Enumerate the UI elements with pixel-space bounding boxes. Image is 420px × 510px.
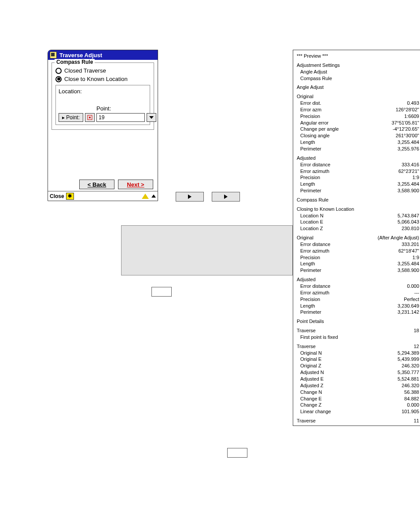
- kv-row: Location E5,066.043: [297, 219, 419, 225]
- kv-row: Location N5,743.847: [297, 213, 419, 219]
- kv-key: Error distance: [300, 161, 330, 168]
- kv-key: Change E: [300, 396, 322, 402]
- kv-value: 5,524.881: [398, 376, 419, 382]
- kv-key: Change N: [300, 389, 322, 396]
- location-box: Location: ▸ Point:: [55, 85, 150, 125]
- kv-value: 0.000: [407, 283, 419, 290]
- play-icon: [188, 194, 192, 199]
- radio-close-known-location[interactable]: Close to Known Location: [55, 76, 150, 82]
- section-title: Point Details: [297, 318, 419, 325]
- kv-row: Change E84.882: [297, 396, 419, 402]
- next-button[interactable]: Next >: [118, 180, 153, 189]
- kv-row: Error azimuth---: [297, 290, 419, 296]
- preview-header: *** Preview ***: [297, 53, 419, 59]
- point-value-input[interactable]: 19: [96, 113, 145, 122]
- kv-row: Precision1:6609: [297, 113, 419, 120]
- close-button[interactable]: Close: [50, 193, 64, 199]
- kv-key: Original Z: [300, 363, 321, 369]
- radio-label: Closed Traverse: [64, 67, 106, 74]
- trav-label: Traverse: [297, 418, 316, 424]
- subsection-title: Original: [297, 93, 419, 100]
- kv-row: Angular error37°51'05.81": [297, 120, 419, 126]
- kv-value: 56.388: [404, 389, 419, 396]
- kv-key: Location N: [300, 213, 324, 219]
- kv-value: 62°23'21": [398, 168, 419, 175]
- small-button-1[interactable]: [151, 287, 172, 297]
- point-dropdown-button[interactable]: [147, 113, 156, 122]
- trav-note: First point is fixed: [297, 334, 419, 341]
- kv-key: Change Z: [300, 402, 321, 408]
- kv-row: Error distance333.201: [297, 241, 419, 248]
- radio-icon: [55, 76, 62, 82]
- kv-key: Original N: [300, 350, 322, 356]
- subsection-title: Closing to Known Location: [297, 206, 419, 213]
- kv-value: 230.810: [402, 225, 419, 232]
- collapse-up-icon[interactable]: [151, 194, 156, 198]
- kv-row: Original Z246.320: [297, 363, 419, 369]
- kv-value: 126°28'02": [396, 106, 419, 113]
- kv-row: Original E5,439.999: [297, 356, 419, 363]
- kv-value: 333.201: [402, 241, 419, 248]
- kv-value: -4°12'20.65": [393, 126, 419, 132]
- kv-key: Length: [300, 303, 315, 309]
- chevron-down-icon: [149, 116, 154, 119]
- point-type-button[interactable]: ▸ Point:: [59, 113, 83, 122]
- radio-closed-traverse[interactable]: Closed Traverse: [55, 67, 150, 74]
- kv-key: Error distance: [300, 283, 330, 290]
- kv-value: 3,255.976: [398, 146, 419, 152]
- kv-row: Error azm126°28'02": [297, 106, 419, 113]
- kv-value: 101.905: [402, 408, 419, 415]
- kv-key: Closing angle: [300, 132, 330, 139]
- kv-row: Adjusted Z246.320: [297, 382, 419, 389]
- kv-value: 5,294.389: [398, 350, 419, 356]
- small-button-2[interactable]: [227, 448, 247, 458]
- kv-key: Angular error: [300, 120, 328, 126]
- subsection-title: Adjusted: [297, 276, 419, 283]
- play-button-2[interactable]: [212, 192, 240, 202]
- back-button[interactable]: < Back: [79, 180, 114, 189]
- subsection-title: Adjusted: [297, 155, 419, 161]
- favorites-button[interactable]: ✱: [66, 193, 74, 200]
- kv-key: Linear change: [300, 408, 331, 415]
- kv-key: Change per angle: [300, 126, 339, 132]
- trav-value: 12: [414, 343, 419, 350]
- kv-value: 3,231.142: [398, 309, 419, 316]
- kv-value: 261°30'00": [396, 132, 419, 139]
- kv-key: Length: [300, 139, 315, 146]
- kv-value: 3,230.649: [398, 303, 419, 309]
- kv-row: Error dist.0.493: [297, 100, 419, 106]
- kv-row: Adjusted N5,350.777: [297, 369, 419, 376]
- kv-value: 1:9: [413, 254, 419, 261]
- kv-row: Change N56.388: [297, 389, 419, 396]
- compass-rule-fieldset: Compass Rule Closed Traverse Close to Kn…: [52, 62, 154, 130]
- kv-key: Location E: [300, 219, 323, 225]
- subsection-suffix: (After Angle Adjust): [378, 235, 419, 241]
- kv-row: Adjusted E5,524.881: [297, 376, 419, 382]
- trav-value: 11: [414, 418, 419, 424]
- kv-row: Location Z230.810: [297, 225, 419, 232]
- titlebar[interactable]: Traverse Adjust: [48, 50, 158, 60]
- kv-row: Perimeter3,231.142: [297, 309, 419, 316]
- kv-value: 3,588.900: [398, 267, 419, 274]
- kv-row: Precision1:9: [297, 174, 419, 181]
- play-button-1[interactable]: [176, 192, 204, 202]
- kv-row: Error azimuth62°23'21": [297, 168, 419, 175]
- pick-point-button[interactable]: [85, 113, 95, 122]
- kv-key: Perimeter: [300, 267, 321, 274]
- kv-value: 1:6609: [404, 113, 419, 120]
- kv-key: Adjusted Z: [300, 382, 324, 389]
- kv-key: Length: [300, 261, 315, 267]
- kv-value: 1:9: [413, 174, 419, 181]
- setting-line: Compass Rule: [297, 75, 419, 82]
- dialog-title: Traverse Adjust: [59, 52, 102, 59]
- kv-key: Precision: [300, 113, 320, 120]
- kv-row: Length3,255.484: [297, 261, 419, 267]
- kv-value: 5,743.847: [398, 213, 419, 219]
- kv-key: Error azimuth: [300, 248, 329, 254]
- warning-icon[interactable]: [142, 194, 149, 199]
- svg-point-1: [89, 117, 91, 118]
- preview-report: *** Preview *** Adjustment Settings Angl…: [293, 50, 420, 426]
- kv-row: Perimeter3,588.900: [297, 267, 419, 274]
- kv-key: Error azimuth: [300, 168, 329, 175]
- kv-key: Error distance: [300, 241, 330, 248]
